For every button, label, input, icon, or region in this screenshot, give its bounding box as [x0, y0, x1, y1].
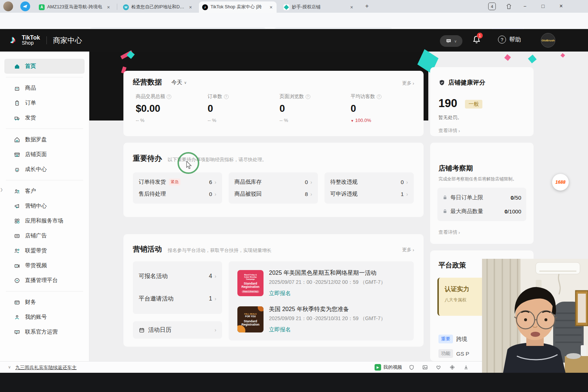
limit-label: 最大商品数量	[450, 208, 483, 215]
news-ticker-link[interactable]: 九三阅兵礼宾车陆续返还车主	[15, 364, 77, 371]
feature-badge: 功能	[438, 349, 453, 358]
help-icon[interactable]: ?	[377, 94, 381, 99]
policy-item-feature[interactable]: 功能 GS P	[438, 349, 469, 358]
health-note: 暂无处罚。	[438, 114, 462, 121]
maximize-button[interactable]: □	[536, 0, 550, 12]
sidebar-item-data-compass[interactable]: 数据罗盘	[0, 132, 89, 147]
question-icon: ?	[498, 36, 506, 44]
health-heart-icon[interactable]	[436, 364, 441, 370]
todo-row-violations-to-fix[interactable]: 待整改违规 0›	[330, 176, 408, 188]
my-videos-button[interactable]: ▶ 我的视频	[375, 364, 402, 371]
pinned-tab-icon[interactable]	[20, 1, 30, 11]
account-avatar[interactable]: GloBrush	[541, 33, 555, 48]
sidebar-item-live-platform[interactable]: 直播管理平台	[0, 273, 89, 288]
chevron-right-icon: ›	[458, 230, 460, 235]
tab-ip-check[interactable]: w 检查您自己的IP地址和DNS ×	[120, 1, 196, 13]
sidebar-divider	[6, 180, 83, 180]
close-window-button[interactable]: ×	[554, 0, 568, 12]
sidebar-item-shop-ads[interactable]: AD 店铺广告	[0, 228, 89, 243]
tab-separator	[117, 4, 117, 10]
minimize-button[interactable]: −	[518, 0, 532, 12]
maximize-icon: □	[542, 3, 544, 9]
sidebar-item-orders[interactable]: 订单	[0, 95, 89, 110]
sidebar-item-app-market[interactable]: 应用和服务市场	[0, 213, 89, 228]
period-value: 今天	[171, 79, 182, 86]
tab-title: 妙手-授权店铺	[292, 4, 347, 10]
image-tool-icon[interactable]	[422, 364, 428, 370]
limit-max: /1000	[507, 208, 521, 215]
tab-count-button[interactable]: 4	[488, 3, 496, 10]
sidebar-item-shipping[interactable]: 发货	[0, 110, 89, 125]
important-badge: 重要	[438, 335, 453, 343]
thumb-text: Black Friday &	[244, 274, 257, 276]
brand-logo[interactable]: TikTok Shop	[22, 35, 40, 46]
help-icon[interactable]: ?	[306, 94, 310, 99]
todo-label: 可申诉违规	[330, 191, 358, 197]
wardrobe-extension-icon[interactable]	[502, 0, 516, 12]
sidebar-item-affiliate[interactable]: 联盟带货	[0, 243, 89, 258]
close-icon[interactable]: ×	[350, 4, 354, 10]
tab-amz123[interactable]: A AMZ123亚马逊导航-跨境电 ×	[36, 1, 114, 13]
tab-count: 4	[491, 4, 493, 9]
close-icon[interactable]: ×	[106, 4, 111, 10]
sidebar-item-finance[interactable]: 财务	[0, 295, 89, 310]
sidebar-item-customers[interactable]: 客户	[0, 184, 89, 199]
tab-tiktok-shop[interactable]: ♪ TikTok Shop 卖家中心 |跨 ×	[199, 1, 277, 13]
chevron-down-icon: ∨	[184, 81, 187, 85]
period-dropdown[interactable]: 今天 ∨	[171, 79, 187, 86]
chat-button[interactable]: ∨	[440, 35, 462, 47]
probation-detail-link[interactable]: 查看详情 ›	[438, 229, 460, 236]
beautify-flower-icon[interactable]	[449, 364, 455, 370]
activity-title[interactable]: 美国 2025 年秋季特卖为您准备	[269, 306, 349, 313]
protection-shield-icon[interactable]	[409, 364, 415, 370]
chevron-down-icon[interactable]: ∨	[8, 365, 11, 369]
business-more-link[interactable]: 更多 ›	[402, 80, 414, 86]
todo-label: 商品被驳回	[234, 191, 262, 197]
help-icon[interactable]: ?	[167, 94, 171, 99]
download-icon[interactable]	[463, 364, 469, 370]
marketing-subtitle: 报名参与平台活动，获取平台扶持，实现销量增长	[168, 247, 271, 254]
thumb-text: Cyber Monday	[244, 276, 257, 278]
help-icon[interactable]: ?	[224, 94, 229, 99]
sidebar-item-home[interactable]: 首页	[4, 59, 85, 74]
health-detail-link[interactable]: 查看详情 ›	[438, 127, 460, 134]
marketing-more-link[interactable]: 更多 ›	[402, 246, 414, 253]
sidebar-item-contact-official[interactable]: 联系官方运营	[0, 324, 89, 339]
todo-row-rejected[interactable]: 商品被驳回 8›	[234, 188, 312, 200]
todo-row-appealable[interactable]: 可申诉违规 1›	[330, 188, 408, 200]
browser-profile-avatar[interactable]	[3, 1, 13, 11]
sidebar-collapse-handle[interactable]: ❯	[0, 183, 4, 196]
marketing-row-open-activities[interactable]: 可报名活动 4›	[133, 265, 222, 287]
sidebar-item-growth-center[interactable]: 成长中心	[0, 162, 89, 177]
sidebar-item-my-account[interactable]: 我的账号	[0, 310, 89, 324]
register-now-link[interactable]: 立即报名	[269, 326, 291, 333]
video-icon	[14, 262, 20, 269]
mouse-cursor	[186, 161, 192, 169]
todos-card: 重要待办 以下重要待办事项影响经营指标，请尽快处理。 订单待发货 紧急 6› 售…	[123, 143, 424, 217]
todo-row-aftersales[interactable]: 售后待处理 0›	[139, 188, 216, 200]
activity-title[interactable]: 2025 年美国黑色星期五和网络星期一活动	[269, 269, 376, 277]
minimize-icon: −	[523, 3, 526, 9]
policy-item-important[interactable]: 重要 跨境	[438, 335, 467, 343]
close-icon[interactable]: ×	[188, 4, 193, 10]
sidebar-item-shoppable-video[interactable]: 带货视频	[0, 258, 89, 273]
new-tab-button[interactable]: +	[362, 0, 372, 12]
todo-row-low-stock[interactable]: 商品低库存 0›	[234, 176, 312, 188]
entry-count: 1	[209, 295, 212, 302]
close-icon[interactable]: ×	[269, 4, 273, 10]
todo-label: 商品低库存	[234, 179, 262, 185]
activity-calendar-button[interactable]: 活动日历 ›	[133, 321, 222, 339]
sidebar-item-shop-page[interactable]: 店铺页面	[0, 147, 89, 162]
tab-miaoshou[interactable]: 妙手-授权店铺 ×	[280, 1, 357, 13]
marketing-row-invited-activities[interactable]: 平台邀请活动 1›	[133, 287, 222, 310]
sidebar-item-products[interactable]: 商品	[0, 81, 89, 95]
thumb-leaf-decor	[237, 325, 245, 332]
metric-delta: -- %	[136, 118, 171, 123]
register-now-link[interactable]: 立即报名	[269, 290, 291, 297]
todo-row-awaiting-shipment[interactable]: 订单待发货 紧急 6›	[139, 176, 216, 188]
notifications-button[interactable]: 1	[472, 35, 481, 44]
sidebar-item-marketing-center[interactable]: 营销中心	[0, 199, 89, 213]
floating-1688-badge[interactable]: 1688	[552, 174, 569, 191]
help-button[interactable]: ? 帮助	[498, 36, 521, 44]
chevron-right-icon: ›	[406, 179, 408, 185]
